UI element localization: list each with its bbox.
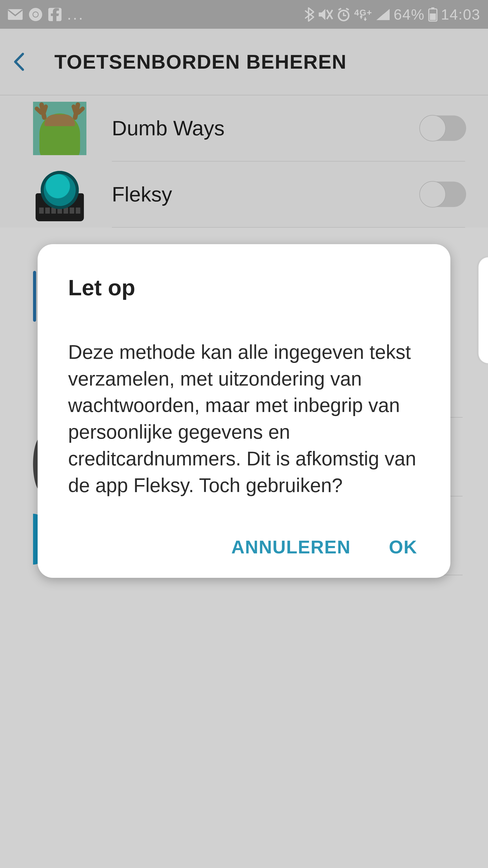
cancel-button[interactable]: ANNULEREN — [231, 537, 351, 557]
dialog-body-text: Deze methode kan alle ingegeven tekst ve… — [68, 339, 420, 498]
ok-button[interactable]: OK — [389, 537, 417, 557]
dialog-title: Let op — [68, 275, 420, 301]
warning-dialog: Let op Deze methode kan alle ingegeven t… — [38, 244, 450, 578]
edge-scroll-handle[interactable] — [478, 257, 488, 364]
dialog-actions: ANNULEREN OK — [68, 537, 420, 565]
